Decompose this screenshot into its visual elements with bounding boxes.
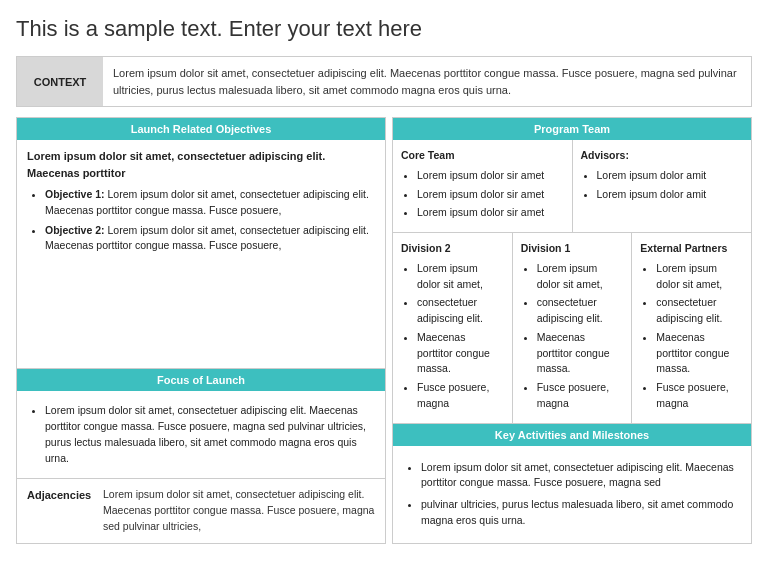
list-item: Lorem ipsum dolor sir amet (417, 187, 564, 203)
list-item: Lorem ipsum dolor sir amet (417, 168, 564, 184)
core-team-col: Core Team Lorem ipsum dolor sir amet Lor… (393, 140, 573, 232)
adjacencies-row: Adjacencies Lorem ipsum dolor sit amet, … (17, 478, 385, 542)
right-column: Program Team Core Team Lorem ipsum dolor… (392, 117, 752, 544)
list-item: Lorem ipsum dolor sit amet, consectetuer… (421, 460, 741, 492)
advisors-title: Advisors: (581, 148, 744, 164)
list-item: pulvinar ultricies, purus lectus malesua… (421, 497, 741, 529)
list-item: Fusce posuere, magna (656, 380, 743, 412)
list-item: Maecenas porttitor congue massa. (417, 330, 504, 377)
list-item: Lorem ipsum dolor sit amet, consectetuer… (45, 403, 375, 466)
objective1-label: Objective 1: (45, 188, 105, 200)
context-label: CONTEXT (17, 57, 103, 106)
list-item: Lorem ipsum dolor sit amet, (537, 261, 624, 293)
list-item: consectetuer adipiscing elit. (656, 295, 743, 327)
adjacencies-text: Lorem ipsum dolor sit amet, consectetuer… (97, 479, 385, 542)
core-team-title: Core Team (401, 148, 564, 164)
division2-title: Division 2 (401, 241, 504, 257)
division2-list: Lorem ipsum dolor sit amet, consectetuer… (401, 261, 504, 412)
list-item: Lorem ipsum dolor sit amet, (656, 261, 743, 293)
list-item: Fusce posuere, magna (537, 380, 624, 412)
division-grid: Division 2 Lorem ipsum dolor sit amet, c… (393, 233, 751, 424)
external-partners-col: External Partners Lorem ipsum dolor sit … (632, 233, 751, 423)
list-item: Fusce posuere, magna (417, 380, 504, 412)
program-team-grid: Core Team Lorem ipsum dolor sir amet Lor… (393, 140, 751, 233)
key-activities-list: Lorem ipsum dolor sit amet, consectetuer… (403, 460, 741, 529)
focus-content: Lorem ipsum dolor sit amet, consectetuer… (17, 391, 385, 478)
launch-objectives-header: Launch Related Objectives (17, 118, 385, 140)
division1-list: Lorem ipsum dolor sit amet, consectetuer… (521, 261, 624, 412)
advisors-list: Lorem ipsum dolor amit Lorem ipsum dolor… (581, 168, 744, 203)
list-item: Maecenas porttitor congue massa. (656, 330, 743, 377)
list-item: Objective 1: Lorem ipsum dolor sit amet,… (45, 187, 375, 219)
list-item: Lorem ipsum dolor amit (597, 187, 744, 203)
external-partners-list: Lorem ipsum dolor sit amet, consectetuer… (640, 261, 743, 412)
focus-header: Focus of Launch (17, 369, 385, 391)
key-activities-header: Key Activities and Milestones (393, 424, 751, 446)
core-team-list: Lorem ipsum dolor sir amet Lorem ipsum d… (401, 168, 564, 221)
context-text: Lorem ipsum dolor sit amet, consectetuer… (103, 57, 751, 106)
context-box: CONTEXT Lorem ipsum dolor sit amet, cons… (16, 56, 752, 107)
objective2-label: Objective 2: (45, 224, 105, 236)
external-partners-title: External Partners (640, 241, 743, 257)
program-team-header: Program Team (393, 118, 751, 140)
list-item: consectetuer adipiscing elit. (417, 295, 504, 327)
objectives-title: Lorem ipsum dolor sit amet, consectetuer… (27, 148, 375, 181)
division1-title: Division 1 (521, 241, 624, 257)
list-item: Lorem ipsum dolor amit (597, 168, 744, 184)
list-item: Objective 2: Lorem ipsum dolor sit amet,… (45, 223, 375, 255)
adjacencies-label: Adjacencies (17, 479, 97, 542)
objectives-list: Objective 1: Lorem ipsum dolor sit amet,… (27, 187, 375, 254)
objectives-content: Lorem ipsum dolor sit amet, consectetuer… (17, 140, 385, 368)
list-item: Lorem ipsum dolor sit amet, (417, 261, 504, 293)
page-title: This is a sample text. Enter your text h… (16, 16, 752, 42)
list-item: consectetuer adipiscing elit. (537, 295, 624, 327)
focus-section: Focus of Launch Lorem ipsum dolor sit am… (17, 368, 385, 478)
left-column: Launch Related Objectives Lorem ipsum do… (16, 117, 386, 544)
main-grid: Launch Related Objectives Lorem ipsum do… (16, 117, 752, 544)
advisors-col: Advisors: Lorem ipsum dolor amit Lorem i… (573, 140, 752, 232)
focus-list: Lorem ipsum dolor sit amet, consectetuer… (27, 403, 375, 466)
key-activities-content: Lorem ipsum dolor sit amet, consectetuer… (393, 446, 751, 543)
list-item: Lorem ipsum dolor sir amet (417, 205, 564, 221)
division1-col: Division 1 Lorem ipsum dolor sit amet, c… (513, 233, 633, 423)
division2-col: Division 2 Lorem ipsum dolor sit amet, c… (393, 233, 513, 423)
list-item: Maecenas porttitor congue massa. (537, 330, 624, 377)
